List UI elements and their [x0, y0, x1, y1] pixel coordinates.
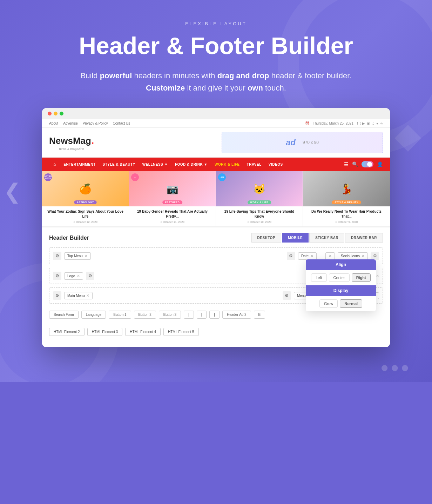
pinterest-icon[interactable]: ● — [376, 121, 378, 125]
builder-title: Header Builder — [49, 235, 89, 241]
browser-dot-yellow — [54, 112, 58, 115]
align-right[interactable]: Right — [352, 273, 371, 282]
topbar-link-privacy[interactable]: Privacy & Policy — [83, 121, 108, 125]
rss-icon[interactable]: ∿ — [380, 121, 383, 125]
chip-main-menu-close[interactable]: ✕ — [86, 293, 89, 298]
chip-logo-close[interactable]: ✕ — [77, 274, 80, 278]
chip-language[interactable]: Language — [81, 311, 106, 319]
chip-social-close[interactable]: ✕ — [362, 254, 365, 258]
astro-badge: ASTROLOGY — [44, 173, 52, 181]
news-image-3: LIFE 🐱 WORK & LIFE — [216, 171, 303, 206]
topbar-links: About Advertise Privacy & Policy Contact… — [49, 121, 130, 125]
chip-b[interactable]: B — [254, 311, 265, 319]
builder-rows-wrapper: ⚙ Top Menu ✕ ⚙ Date ✕ ✕ — [49, 247, 383, 339]
browser-dot-green — [60, 112, 63, 115]
youtube-icon[interactable]: ▶ — [362, 121, 365, 125]
chip-header-ad2[interactable]: Header Ad 2 — [222, 311, 251, 319]
chip-button1[interactable]: Button 1 — [109, 311, 131, 319]
tab-mobile[interactable]: MOBILE — [282, 233, 309, 243]
align-left[interactable]: Left — [311, 273, 326, 282]
builder-section: Header Builder DESKTOP MOBILE STICKY BAR… — [42, 226, 390, 347]
gear-icon-row1-far[interactable]: ⚙ — [371, 252, 379, 260]
nav-wellness[interactable]: WELLNESS ▼ — [139, 158, 171, 171]
chip-button2[interactable]: Button 2 — [134, 311, 156, 319]
align-display-dropdown: Align Left Center Right Display Grow Nor… — [306, 259, 376, 311]
display-options: Grow Normal — [306, 296, 376, 311]
nav-user-icon[interactable]: 👤 — [377, 161, 383, 167]
display-normal[interactable]: Normal — [340, 299, 362, 308]
topbar-link-contact[interactable]: Contact Us — [113, 121, 130, 125]
nav-search-icon[interactable]: 🔍 — [352, 161, 358, 167]
nav-work-life[interactable]: WORK & LIFE — [211, 158, 243, 171]
display-section-header: Display — [306, 285, 376, 296]
life-badge: LIFE — [218, 173, 226, 181]
chip-divider[interactable]: ✕ — [325, 252, 335, 260]
nav-home-icon[interactable]: ⌂ — [49, 158, 60, 171]
topbar-right: ⏰ Thursday, March 25, 2021 f t ▶ ▣ ♫ ● ∿ — [305, 121, 383, 125]
chip-sep1[interactable]: | — [184, 311, 194, 319]
tab-sticky-bar[interactable]: STICKY BAR — [309, 233, 344, 243]
nav-entertainment[interactable]: ENTERTAINMENT — [60, 158, 99, 171]
news-image-2: ▲ 📷 FEATURED — [129, 171, 216, 206]
chip-html4[interactable]: HTML Element 4 — [125, 328, 161, 336]
gear-icon-row3[interactable]: ⚙ — [53, 291, 61, 300]
chip-date[interactable]: Date ✕ — [298, 252, 317, 260]
topbar-date: Thursday, March 25, 2021 — [313, 121, 353, 125]
tab-desktop[interactable]: DESKTOP — [251, 233, 282, 243]
chip-sep2[interactable]: | — [197, 311, 207, 319]
news-badge-featured: FEATURED — [162, 200, 183, 204]
hero-section: ❮ ◆ ●●● FLEXIBLE LAYOUT Header & Footer … — [0, 0, 432, 382]
gear-icon-row1-right[interactable]: ⚙ — [287, 252, 295, 260]
nav-items: ⌂ ENTERTAINMENT STYLE & BEAUTY WELLNESS … — [49, 158, 286, 171]
align-center[interactable]: Center — [329, 273, 350, 282]
nav-right-icons: ☰ 🔍 👤 — [344, 161, 383, 167]
chip-sep3[interactable]: | — [209, 311, 220, 319]
chip-main-menu[interactable]: Main Menu ✕ — [64, 292, 93, 299]
nav-theme-toggle[interactable] — [362, 161, 373, 167]
chip-date-close[interactable]: ✕ — [310, 254, 313, 258]
chip-html3[interactable]: HTML Element 3 — [87, 328, 123, 336]
deco-dots: ●●● — [380, 359, 411, 375]
tab-drawer-bar[interactable]: DRAWER BAR — [345, 233, 383, 243]
news-title-2: 19 Baby Gender Reveals That Are Actually… — [133, 209, 212, 219]
news-title-4: Do We Really Need To Wear Hair Products … — [306, 209, 386, 219]
chip-social-icons[interactable]: Social Icons ✕ — [338, 252, 368, 260]
topbar-link-about[interactable]: About — [49, 121, 58, 125]
chip-html2[interactable]: HTML Element 2 — [49, 328, 85, 336]
chip-top-menu[interactable]: Top Menu ✕ — [64, 252, 91, 260]
news-title-1: What Your Zodiac Sign Says About Your Lo… — [46, 209, 125, 219]
news-title-3: 19 Life-Saving Tips That Everyone Should… — [220, 209, 299, 219]
social-icons: f t ▶ ▣ ♫ ● ∿ — [357, 121, 383, 125]
news-date-4: ○ October 9, 2020 — [306, 220, 386, 224]
chip-search-form[interactable]: Search Form — [49, 311, 79, 319]
display-grow[interactable]: Grow — [319, 299, 338, 308]
nav-videos[interactable]: VIDEOS — [265, 158, 286, 171]
chip-html5[interactable]: HTML Element 5 — [163, 328, 199, 336]
nav-travel[interactable]: TRAVEL — [243, 158, 265, 171]
chip-top-menu-close[interactable]: ✕ — [85, 254, 88, 258]
nav-style-beauty[interactable]: STYLE & BEAUTY — [99, 158, 139, 171]
ad-label: ad — [286, 138, 296, 147]
chip-date-label: Date — [301, 254, 309, 258]
row2-outer-close[interactable]: ✕ — [376, 274, 379, 278]
gear-icon-row2b[interactable]: ⚙ — [86, 272, 94, 280]
chip-button3[interactable]: Button 3 — [159, 311, 181, 319]
chip-divider-close[interactable]: ✕ — [329, 254, 332, 258]
logo-mag: Mag — [73, 135, 91, 146]
chip-social-label: Social Icons — [341, 254, 360, 258]
deco-shape: ◆ — [394, 115, 421, 156]
facebook-icon[interactable]: f — [357, 121, 358, 125]
gear-icon-row2[interactable]: ⚙ — [53, 272, 61, 280]
nav-food-drink[interactable]: FOOD & DRINK ▼ — [171, 158, 211, 171]
topbar-link-advertise[interactable]: Advertise — [63, 121, 78, 125]
twitter-icon[interactable]: t — [360, 121, 361, 125]
nav-hamburger-icon[interactable]: ☰ — [344, 161, 349, 167]
news-date-3: ○ October 10, 2020 — [220, 220, 299, 224]
site-topbar: About Advertise Privacy & Policy Contact… — [42, 119, 390, 128]
gear-icon-row1[interactable]: ⚙ — [53, 252, 61, 260]
chip-logo[interactable]: Logo ✕ — [64, 272, 83, 280]
gear-icon-row3b[interactable]: ⚙ — [283, 291, 291, 300]
instagram-icon[interactable]: ▣ — [367, 121, 370, 125]
news-card-2: ▲ 📷 FEATURED 19 Baby Gender Reveals That… — [129, 171, 216, 226]
soundcloud-icon[interactable]: ♫ — [372, 121, 374, 125]
